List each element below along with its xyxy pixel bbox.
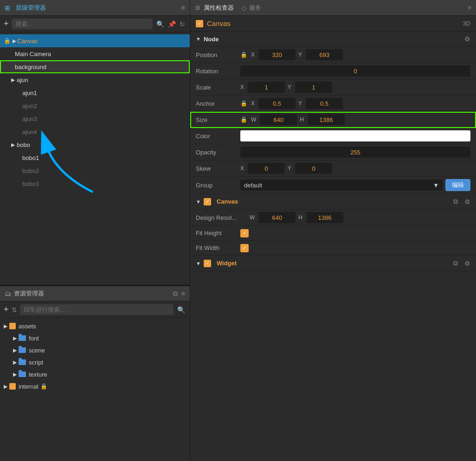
color-label: Color (196, 133, 238, 140)
arrow-texture: ▶ (13, 371, 17, 378)
asset-item-scene[interactable]: ▶ scene (0, 344, 190, 356)
color-swatch[interactable] (240, 130, 470, 141)
layer-manager-header: ⊞ 层级管理器 ≡ (0, 0, 190, 16)
group-dropdown-icon: ▼ (433, 182, 439, 189)
anchor-label: Anchor (196, 100, 238, 107)
folder-icon-script (19, 359, 26, 365)
search-actions: 🔍 📌 ↻ (155, 19, 186, 29)
fit-height-checkbox[interactable]: ✓ (240, 229, 249, 237)
asset-label-texture: texture (29, 371, 47, 378)
tree-label-bobo: bobo (17, 141, 30, 148)
asset-item-font[interactable]: ▶ font (0, 332, 190, 344)
search-button[interactable]: 🔍 (155, 19, 165, 29)
canvas-3d-label: 3D (463, 20, 470, 27)
widget-section-copy[interactable]: ⧉ (453, 259, 458, 267)
design-h-input[interactable] (306, 212, 343, 223)
node-section-gear[interactable]: ⚙ (464, 35, 470, 43)
rotation-input[interactable] (240, 65, 470, 77)
position-label: Position (196, 51, 238, 58)
tree-label-ajun4: ajun4 (22, 128, 37, 135)
position-y-input[interactable] (306, 49, 343, 60)
sort-button[interactable]: ⇅ (12, 306, 17, 314)
design-h-axis: H (298, 214, 302, 221)
arrow-canvas: ▶ (13, 38, 16, 44)
scale-x-input[interactable] (248, 82, 285, 93)
asset-search-button[interactable]: 🔍 (176, 305, 186, 314)
asset-item-assets[interactable]: ▶ assets (0, 320, 190, 332)
widget-section-arrow: ▼ (196, 261, 201, 266)
tree-item-bobo2[interactable]: bobo2 (0, 164, 190, 177)
properties-tab-label: 属性检查器 (204, 4, 234, 12)
tab-services[interactable]: ◇ 服务 (241, 4, 261, 12)
tree-item-bobo3[interactable]: bobo3 (0, 177, 190, 190)
folder-icon-font (19, 335, 26, 341)
size-label: Size (196, 116, 238, 123)
layer-search-input[interactable] (12, 19, 153, 29)
services-tab-icon: ◇ (241, 4, 246, 12)
group-value: default (244, 182, 262, 189)
tree-item-bobo1[interactable]: bobo1 (0, 151, 190, 164)
size-w-axis: W (251, 116, 256, 123)
position-x-input[interactable] (258, 49, 296, 60)
pin-button[interactable]: 📌 (167, 19, 177, 29)
scale-y-input[interactable] (295, 82, 332, 93)
opacity-input[interactable] (240, 147, 470, 158)
tab-properties[interactable]: ⚙ 属性检查器 (195, 4, 234, 12)
canvas-section-checkbox[interactable]: ✓ (204, 198, 211, 205)
left-panel: ⊞ 层级管理器 ≡ + 🔍 📌 ↻ 🔒 ▶ Canvas Main Camera… (0, 0, 190, 461)
anchor-y-input[interactable] (306, 98, 343, 109)
tree-label-canvas: Canvas (17, 38, 38, 45)
group-select[interactable]: default ▼ (240, 179, 443, 191)
group-edit-button[interactable]: 编辑 (445, 179, 470, 191)
skew-x-input[interactable] (248, 163, 285, 174)
canvas-name: Canvas (207, 19, 459, 27)
props-menu-icon[interactable]: ≡ (468, 4, 471, 11)
tree-item-ajun4[interactable]: ajun4 (0, 125, 190, 138)
asset-item-texture[interactable]: ▶ texture (0, 368, 190, 380)
skew-x-axis: X (240, 165, 244, 172)
services-tab-label: 服务 (249, 4, 261, 12)
tree-item-main-camera[interactable]: Main Camera (0, 47, 190, 60)
add-asset-button[interactable]: + (4, 305, 9, 314)
asset-search-input[interactable] (20, 304, 174, 315)
canvas-section-copy[interactable]: ⧉ (453, 198, 458, 205)
tree-label-background: background (15, 64, 46, 70)
widget-section-title: Widget (217, 260, 450, 267)
canvas-section-title: Canvas (217, 198, 450, 205)
design-w-input[interactable] (258, 212, 296, 223)
widget-section-header: ▼ ✓ Widget ⧉ ⚙ (190, 256, 476, 271)
tree-item-canvas[interactable]: 🔒 ▶ Canvas (0, 34, 190, 47)
tree-item-ajun1[interactable]: ajun1 (0, 86, 190, 99)
asset-menu-btn[interactable]: ≡ (181, 290, 185, 298)
widget-section-checkbox[interactable]: ✓ (204, 260, 211, 267)
size-w-input[interactable] (260, 114, 297, 125)
fit-width-checkbox[interactable]: ✓ (240, 244, 249, 252)
asset-label-font: font (29, 335, 39, 342)
arrow-internal: ▶ (4, 384, 7, 390)
asset-item-internal[interactable]: ▶ internal 🔒 (0, 380, 190, 392)
canvas-section-gear[interactable]: ⚙ (464, 198, 470, 205)
skew-y-input[interactable] (295, 163, 332, 174)
refresh-button[interactable]: ↻ (179, 19, 186, 29)
properties-tab-icon: ⚙ (195, 4, 201, 12)
tree-item-bobo[interactable]: ▶ bobo (0, 138, 190, 151)
asset-copy-btn[interactable]: ⧉ (173, 290, 178, 298)
canvas-enabled-checkbox[interactable]: ✓ (196, 20, 203, 27)
asset-tree: ▶ assets ▶ font ▶ scene ▶ script (0, 318, 190, 461)
tree-item-ajun2[interactable]: ajun2 (0, 99, 190, 112)
skew-label: Skew (196, 165, 238, 172)
layer-manager-menu-icon[interactable]: ≡ (181, 4, 185, 12)
asset-item-script[interactable]: ▶ script (0, 356, 190, 368)
size-h-input[interactable] (308, 114, 345, 125)
anchor-x-input[interactable] (258, 98, 296, 109)
tree-item-ajun3[interactable]: ajun3 (0, 112, 190, 125)
tree-item-background[interactable]: background (0, 60, 190, 73)
size-row: Size 🔒 W H (190, 112, 476, 128)
tree-item-ajun[interactable]: ▶ ajun (0, 73, 190, 86)
add-layer-button[interactable]: + (4, 19, 9, 29)
arrow-assets: ▶ (4, 323, 7, 329)
skew-row: Skew X Y (190, 160, 476, 177)
group-row: Group default ▼ 编辑 (190, 177, 476, 194)
widget-section-gear[interactable]: ⚙ (464, 260, 470, 267)
asset-search-bar: + ⇅ 🔍 (0, 301, 190, 318)
